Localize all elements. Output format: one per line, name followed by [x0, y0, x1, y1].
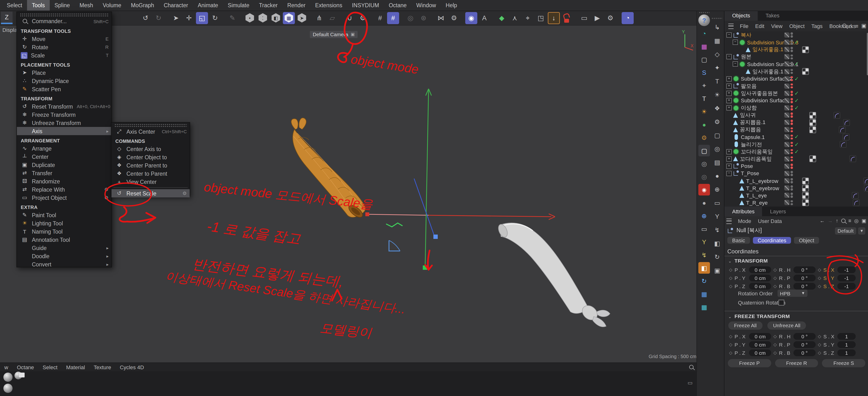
menu-mograph[interactable]: MoGraph — [126, 0, 159, 11]
phong-tag[interactable] — [852, 199, 859, 206]
freeze-s-button[interactable]: Freeze S — [822, 359, 865, 367]
layer-chip[interactable] — [784, 83, 789, 89]
tree-expander[interactable]: + — [726, 163, 732, 169]
visibility-dots[interactable] — [790, 149, 793, 154]
layer-chip[interactable] — [784, 134, 789, 140]
field-p-z[interactable]: 0 cm — [749, 283, 771, 290]
object-row-subdivision-surface-2[interactable]: +Subdivision Surface.2✓ — [724, 75, 868, 82]
globe-dim-icon[interactable]: ⊕ — [711, 183, 723, 195]
keyframe-diamond[interactable]: ◇ — [816, 342, 823, 347]
capsule-primitive-icon[interactable]: ▢ — [699, 145, 710, 156]
checker-tag[interactable] — [809, 155, 816, 162]
enabled-check[interactable]: ✓ — [795, 105, 799, 111]
menu-item-commander[interactable]: Commander... Shift+C — [17, 17, 112, 26]
tree-expander[interactable]: + — [726, 76, 732, 81]
object-row-subdivision-surface-3[interactable]: −Subdivision Surface.3✓ — [724, 39, 868, 46]
keyframe-diamond[interactable]: ◇ — [772, 276, 778, 280]
spin-dim-icon[interactable]: ↻ — [711, 251, 723, 263]
scale-tool-icon[interactable]: ◱ — [196, 12, 208, 24]
visibility-dots[interactable] — [790, 33, 793, 38]
visibility-dots[interactable] — [790, 40, 793, 45]
phong-tag[interactable] — [842, 134, 849, 141]
chip-basic[interactable]: Basic — [727, 237, 750, 244]
menu-tear-off-handle[interactable] — [114, 124, 187, 127]
enabled-check[interactable]: ✓ — [795, 148, 799, 155]
quantize-lock-icon[interactable]: # — [387, 12, 399, 24]
menu-extensions[interactable]: Extensions — [310, 0, 347, 11]
tree-expander[interactable]: − — [726, 171, 732, 176]
tree-expander[interactable]: + — [726, 149, 732, 154]
annotation-a-icon[interactable]: A — [478, 12, 490, 24]
layer-chip[interactable] — [784, 200, 789, 205]
home-icon[interactable]: ⌂ — [849, 23, 852, 29]
gear-icon[interactable]: ⚙ — [182, 191, 187, 196]
layer-chip[interactable] — [784, 39, 789, 45]
globe-icon[interactable]: ⊕ — [699, 210, 710, 221]
phong-tag[interactable] — [840, 141, 846, 148]
screen-dim-icon[interactable]: ▭ — [711, 197, 723, 209]
keyframe-diamond[interactable]: ◇ — [816, 276, 823, 280]
symmetry-gear-icon[interactable]: ⚙ — [448, 12, 460, 24]
bucket-dim-icon[interactable]: ◧ — [711, 238, 723, 249]
menu-mesh[interactable]: Mesh — [75, 0, 98, 11]
magenta-cube-icon[interactable]: ▦ — [699, 40, 710, 52]
menu-item-unfreeze-transform[interactable]: ❄Unfreeze Transform — [17, 119, 112, 127]
objects-menu-object[interactable]: Object — [786, 23, 808, 29]
axis-handle-icon[interactable]: ↳ — [711, 21, 723, 33]
field-s-y[interactable]: -1 — [837, 275, 856, 281]
visibility-dots[interactable] — [790, 186, 793, 191]
checker-tag[interactable] — [802, 177, 809, 184]
menu-window[interactable]: Window — [411, 0, 441, 11]
keyframe-diamond[interactable]: ◇ — [728, 351, 734, 355]
tree-expander[interactable]: + — [726, 91, 732, 96]
menu-item-reset-scale[interactable]: ↺Reset Scale⚙ — [112, 189, 190, 197]
menu-item-reset-transform[interactable]: ↺Reset TransformAlt+0, Ctrl+Alt+0 — [17, 102, 112, 111]
layer-chip[interactable] — [784, 54, 789, 60]
object-row-t-r-eyebrow[interactable]: T_R_eyebrow — [724, 184, 868, 192]
layer-chip[interactable] — [784, 163, 789, 169]
menu-item-rotate[interactable]: ↻RotateR — [17, 43, 112, 51]
visibility-dots[interactable] — [790, 127, 793, 132]
menu-item-convert[interactable]: Convert▸ — [17, 260, 112, 268]
keyframe-diamond[interactable]: ◇ — [772, 334, 778, 339]
keyframe-diamond[interactable]: ◇ — [728, 334, 734, 339]
menu-select[interactable]: Select — [2, 0, 27, 11]
keyframe-diamond[interactable]: ◇ — [728, 342, 734, 347]
cube-dim-icon[interactable]: ▦ — [711, 35, 723, 46]
visibility-dots[interactable] — [790, 69, 793, 74]
menu-item-duplicate[interactable]: ▣Duplicate — [17, 161, 112, 169]
screen-icon[interactable]: ▭ — [699, 223, 710, 235]
visibility-dots[interactable] — [790, 156, 793, 161]
objects-scrollbar[interactable] — [867, 33, 868, 75]
menu-item-center-object-to[interactable]: ◈Center Object to — [112, 153, 190, 161]
menu-tracker[interactable]: Tracker — [254, 0, 282, 11]
layer-chip[interactable] — [784, 142, 789, 147]
object-row-잎사귀좋음원본[interactable]: +잎사귀좋음원본✓ — [724, 90, 868, 97]
layer-chip[interactable] — [784, 76, 789, 81]
text-dim-icon[interactable]: T — [711, 75, 723, 87]
object-row-잎사귀[interactable]: 잎사귀 — [724, 112, 868, 119]
volume-cube-icon[interactable]: ◆ — [496, 12, 508, 24]
field-r-p[interactable]: 0 ° — [794, 275, 816, 281]
layer-chip[interactable] — [784, 185, 789, 191]
phong-tag[interactable] — [843, 119, 850, 126]
diamond-dim-icon[interactable]: ◇ — [711, 48, 723, 60]
menu-item-axis[interactable]: Axis▸ — [17, 127, 112, 135]
tree-expander[interactable]: + — [726, 105, 732, 111]
menu-item-guide[interactable]: Guide▸ — [17, 244, 112, 252]
visibility-dots[interactable] — [790, 76, 793, 81]
axis-center-tool-icon[interactable]: ⌖ — [522, 12, 534, 24]
object-row-subdivision-surface-1[interactable]: −Subdivision Surface.1✓ — [724, 61, 868, 68]
character-icon[interactable]: ⋏ — [509, 12, 521, 24]
menu-item-dynamic-place[interactable]: ∴Dynamic Place — [17, 77, 112, 85]
visibility-dots[interactable] — [790, 142, 793, 147]
ring-icon[interactable]: ◎ — [699, 158, 710, 170]
redo-icon[interactable]: ↻ — [153, 12, 164, 24]
tree-expander[interactable]: − — [726, 32, 732, 38]
gear-dim-icon[interactable]: ⚙ — [711, 116, 723, 127]
visibility-dots[interactable] — [790, 163, 793, 169]
cube-b-dim-icon[interactable]: ▣ — [711, 265, 723, 276]
phong-tag[interactable] — [839, 126, 845, 133]
tree-expander[interactable]: + — [726, 98, 732, 103]
visibility-dots[interactable] — [790, 54, 793, 59]
